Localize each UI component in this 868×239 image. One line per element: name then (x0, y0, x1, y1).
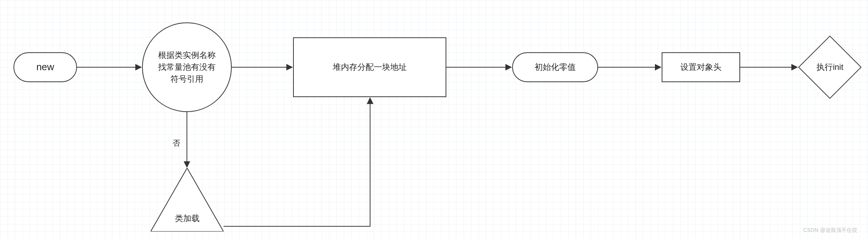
node-object-header: 设置对象头 (662, 52, 740, 82)
node-exec-init: 执行init (798, 35, 862, 99)
node-object-header-label: 设置对象头 (680, 61, 721, 73)
watermark: CSDN @这我顶不住哎 (803, 227, 858, 234)
node-heap-alloc: 堆内存分配一块地址 (293, 37, 446, 97)
node-exec-init-label: 执行init (808, 46, 852, 89)
edge-label-no: 否 (173, 138, 180, 148)
node-new: new (13, 52, 77, 82)
node-zero-init: 初始化零值 (512, 52, 598, 82)
node-class-load-label: 类加载 (151, 213, 224, 224)
node-lookup-label: 根据类实例名称 找常量池有没有 符号引用 (158, 49, 216, 85)
node-zero-init-label: 初始化零值 (535, 61, 576, 73)
node-new-label: new (36, 60, 54, 74)
edges-layer (0, 0, 868, 239)
node-heap-alloc-label: 堆内存分配一块地址 (333, 61, 407, 73)
node-class-load: 类加载 (151, 168, 224, 232)
node-lookup-constant-pool: 根据类实例名称 找常量池有没有 符号引用 (142, 22, 232, 112)
